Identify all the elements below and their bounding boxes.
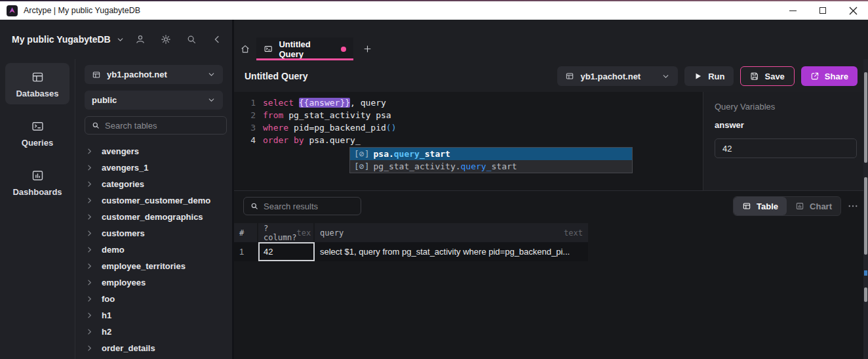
table-list-item[interactable]: h2	[85, 324, 223, 340]
table-search	[85, 116, 227, 135]
table-name: h1	[102, 310, 111, 320]
table-name: customer_demographics	[102, 212, 203, 222]
scrollbar-thumb[interactable]	[864, 287, 867, 302]
table-search-input[interactable]	[105, 121, 220, 131]
collapse-sidebar-icon[interactable]	[211, 33, 223, 45]
dashboards-icon	[31, 169, 45, 182]
tab-untitled-query[interactable]: Untitled Query	[256, 37, 353, 60]
table-name: order_details	[102, 343, 155, 353]
search-icon	[91, 121, 100, 130]
save-button[interactable]: Save	[740, 66, 794, 86]
results-search-input[interactable]	[264, 201, 355, 211]
column-header-index[interactable]: #	[234, 223, 258, 242]
table-list-item[interactable]: employees	[85, 274, 223, 291]
nav-label: Dashboards	[12, 187, 62, 197]
home-icon	[240, 44, 250, 54]
result-cell-column1[interactable]: 42	[258, 242, 315, 261]
sidebar-item-dashboards[interactable]: Dashboards	[5, 161, 69, 203]
run-button[interactable]: Run	[684, 66, 734, 86]
chevron-down-icon	[116, 35, 125, 44]
connection-selector[interactable]: yb1.pachot.net	[557, 66, 678, 86]
table-name: avengers_1	[102, 163, 149, 173]
autocomplete-item[interactable]: [⊘]pg_stat_activity.query_start	[350, 160, 632, 173]
gear-icon[interactable]	[160, 33, 172, 45]
table-list-item[interactable]: foo	[85, 291, 223, 307]
chevron-right-icon	[86, 246, 93, 253]
line-number: 2	[234, 109, 256, 121]
table-list-item[interactable]: h1	[85, 307, 223, 324]
nav-label: Queries	[22, 138, 53, 148]
connection-name: yb1.pachot.net	[580, 72, 641, 81]
chevron-down-icon	[207, 70, 216, 79]
view-chart-button[interactable]: Chart	[787, 197, 840, 215]
table-list-item[interactable]: avengers	[85, 143, 223, 159]
chevron-down-icon	[207, 96, 216, 104]
search-icon[interactable]	[186, 33, 197, 45]
code-line: select {{answer}}, query	[263, 96, 397, 109]
chevron-right-icon	[86, 328, 93, 335]
workspace-name: My public YugabyteDB	[12, 34, 111, 45]
window-scrollbar[interactable]	[863, 59, 868, 359]
table-list-item[interactable]: employee_territories	[85, 258, 223, 274]
table-list-item[interactable]: demo	[85, 242, 223, 258]
table-list-item[interactable]: categories	[85, 176, 223, 192]
sidebar-item-databases[interactable]: Databases	[5, 63, 69, 104]
user-icon[interactable]	[134, 33, 146, 45]
chevron-right-icon	[86, 312, 93, 319]
tab-home[interactable]	[234, 37, 256, 60]
save-icon	[750, 72, 759, 81]
results-toolbar: Table Chart	[234, 191, 868, 221]
scrollbar-thumb[interactable]	[864, 177, 867, 255]
nav-rail: Databases Queries Dashboards	[0, 59, 75, 359]
plus-icon	[363, 44, 372, 54]
workspace-selector[interactable]: My public YugabyteDB	[12, 34, 125, 45]
table-view-icon	[742, 201, 751, 211]
results-options-icon[interactable]	[847, 200, 859, 212]
table-list-item[interactable]: avengers_1	[85, 159, 223, 176]
column-icon: [⊘]	[354, 161, 369, 171]
column-header-column1[interactable]: ?column? tex	[258, 223, 315, 242]
table-list-item[interactable]: customer_customer_demo	[85, 192, 223, 209]
table-list-item[interactable]: order_details	[85, 340, 223, 356]
titlebar: Arctype | My public YugabyteDB	[0, 1, 868, 20]
tab-label: Untitled Query	[279, 39, 335, 59]
minimize-button[interactable]	[778, 1, 808, 20]
share-button[interactable]: Share	[801, 66, 858, 86]
query-tab-icon	[264, 44, 273, 54]
column-type: tex	[297, 228, 311, 238]
line-number: 4	[234, 134, 256, 146]
chevron-right-icon	[86, 345, 93, 352]
chevron-down-icon	[661, 72, 670, 81]
column-type: text	[564, 228, 583, 238]
view-table-label: Table	[757, 201, 778, 211]
schema-name: public	[92, 95, 117, 105]
workspace-header: My public YugabyteDB	[0, 20, 232, 59]
server-selector[interactable]: yb1.pachot.net	[85, 65, 223, 84]
close-button[interactable]	[838, 1, 868, 20]
line-number: 3	[234, 121, 256, 134]
scrollbar-thumb[interactable]	[864, 72, 867, 163]
table-list-item[interactable]: customer_demographics	[85, 209, 223, 225]
new-tab-button[interactable]	[353, 37, 381, 60]
chevron-right-icon	[86, 295, 93, 303]
server-name: yb1.pachot.net	[107, 70, 167, 79]
share-label: Share	[825, 72, 848, 81]
result-cell-query[interactable]: select $1, query from pg_stat_activity w…	[315, 242, 588, 261]
view-table-button[interactable]: Table	[734, 197, 787, 215]
nav-label: Databases	[16, 89, 58, 98]
schema-selector[interactable]: public	[85, 91, 223, 110]
variable-value-input[interactable]	[715, 138, 857, 158]
autocomplete-item[interactable]: [⊘]psa.query_start	[350, 148, 632, 160]
table-list-item[interactable]: customers	[85, 225, 223, 242]
query-title: Untitled Query	[245, 71, 307, 81]
table-name: avengers	[102, 146, 139, 156]
variable-name: answer	[715, 120, 857, 130]
chevron-right-icon	[86, 213, 93, 221]
maximize-button[interactable]	[808, 1, 838, 20]
sidebar-item-queries[interactable]: Queries	[5, 112, 69, 154]
column-header-query[interactable]: query text	[315, 223, 588, 242]
chevron-right-icon	[86, 164, 93, 171]
sql-editor[interactable]: 1234 select {{answer}}, queryfrom pg_sta…	[234, 92, 703, 190]
table-name: customer_customer_demo	[102, 196, 210, 205]
table-name: employee_territories	[102, 261, 186, 271]
